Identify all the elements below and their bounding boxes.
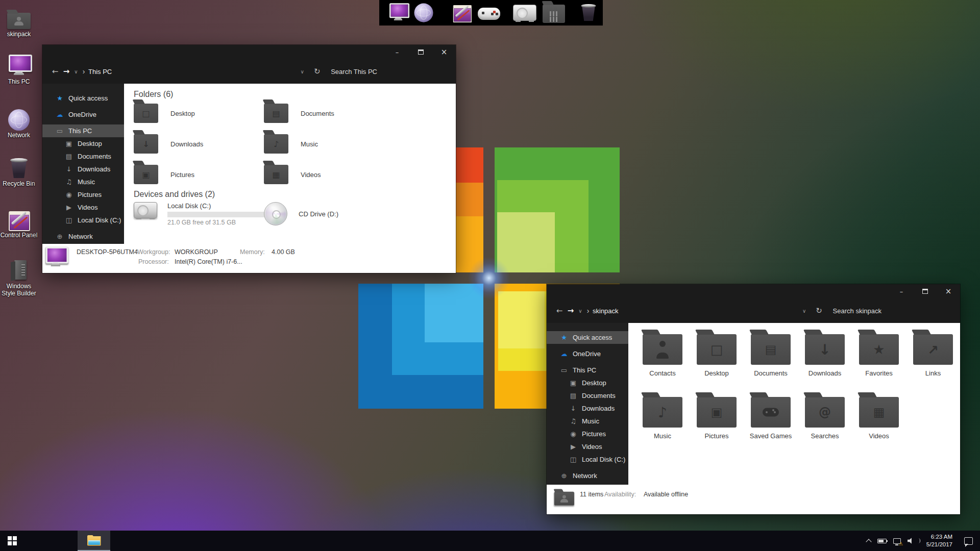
memory-value: 4.00 GB xyxy=(272,248,295,256)
tile-videos[interactable]: Videos xyxy=(852,397,906,440)
sidebar-item-music[interactable]: Music xyxy=(42,176,124,188)
workgroup-label: Workgroup: xyxy=(137,248,170,256)
desktop-icon-network[interactable]: Network xyxy=(0,106,38,139)
trash-icon xyxy=(10,158,28,179)
cd-drive-item[interactable]: CD Drive (D:) xyxy=(264,202,338,226)
tile-pictures[interactable]: Pictures xyxy=(690,397,744,440)
trash-dock-icon[interactable] xyxy=(581,4,597,22)
tile-downloads[interactable]: Downloads xyxy=(134,133,264,155)
taskbar-file-explorer-button[interactable] xyxy=(78,531,110,551)
sidebar-item-onedrive[interactable]: OneDrive xyxy=(547,347,628,360)
sidebar-item-pictures[interactable]: Pictures xyxy=(42,188,124,201)
local-disk-icon xyxy=(65,216,73,224)
network-dock-icon[interactable] xyxy=(414,4,433,22)
sidebar-item-videos[interactable]: Videos xyxy=(42,201,124,214)
taskbar-clock[interactable]: 6:23 AM 5/21/2017 xyxy=(926,533,952,548)
close-button[interactable]: × xyxy=(432,45,456,59)
back-button[interactable]: ← xyxy=(50,67,61,76)
close-button[interactable]: × xyxy=(937,284,960,298)
maximize-button[interactable] xyxy=(913,284,937,298)
refresh-icon[interactable]: ↻ xyxy=(311,67,323,76)
desktop-icon-windows-style-builder[interactable]: Windows Style Builder xyxy=(0,257,38,297)
search-input[interactable]: Search This PC xyxy=(331,68,377,76)
sidebar-item-documents[interactable]: Documents xyxy=(42,150,124,163)
tile-videos[interactable]: Videos xyxy=(264,163,394,186)
battery-icon[interactable] xyxy=(877,539,887,543)
tile-links[interactable]: Links xyxy=(906,334,960,377)
refresh-icon[interactable]: ↻ xyxy=(814,306,825,315)
this-pc-dock-icon[interactable] xyxy=(388,3,408,22)
sidebar-item-downloads[interactable]: Downloads xyxy=(547,402,628,415)
sidebar-item-downloads[interactable]: Downloads xyxy=(42,163,124,176)
sidebar-item-pictures[interactable]: Pictures xyxy=(547,428,628,440)
forward-button[interactable]: → xyxy=(61,67,72,76)
computer-name[interactable]: DESKTOP-5P6UTM4 xyxy=(77,248,138,256)
maximize-button[interactable] xyxy=(409,45,432,59)
sidebar-item-quick-access[interactable]: Quick access xyxy=(547,331,628,344)
sidebar-item-videos[interactable]: Videos xyxy=(547,440,628,453)
local-disk-item[interactable]: Local Disk (C:) 21.0 GB free of 31.5 GB xyxy=(134,202,264,226)
tile-contacts[interactable]: Contacts xyxy=(635,334,690,377)
sidebar-item-this-pc[interactable]: This PC xyxy=(42,124,124,137)
speaker-icon[interactable] xyxy=(908,538,914,544)
back-button[interactable]: ← xyxy=(554,306,565,315)
titlebar[interactable]: – × xyxy=(42,45,456,59)
minimize-button[interactable]: – xyxy=(890,284,913,298)
tile-downloads[interactable]: Downloads xyxy=(798,334,852,377)
tile-music[interactable]: Music xyxy=(264,133,394,155)
gamepad-dock-icon[interactable] xyxy=(477,2,501,24)
tile-saved-games[interactable]: Saved Games xyxy=(744,397,798,440)
desktop-icon-label: Network xyxy=(8,132,30,139)
tile-documents[interactable]: Documents xyxy=(264,102,394,124)
tile-pictures[interactable]: Pictures xyxy=(134,163,264,186)
sidebar-item-music[interactable]: Music xyxy=(547,415,628,428)
minimize-button[interactable]: – xyxy=(385,45,409,59)
titlebar[interactable]: – × xyxy=(547,284,960,298)
sidebar-item-desktop[interactable]: Desktop xyxy=(42,137,124,150)
control-panel-dock-icon[interactable] xyxy=(452,4,472,22)
desktop-icon-control-panel[interactable]: Control Panel xyxy=(0,206,38,239)
onedrive-icon xyxy=(560,350,568,358)
address-dropdown[interactable]: ∨ xyxy=(800,308,808,314)
address-dropdown[interactable]: ∨ xyxy=(298,69,306,74)
breadcrumb[interactable]: skinpack xyxy=(593,307,619,315)
breadcrumb[interactable]: This PC xyxy=(88,68,112,76)
network-warning-icon[interactable] xyxy=(893,538,901,544)
downloads-icon xyxy=(569,405,577,412)
section-header-devices[interactable]: Devices and drives (2) xyxy=(134,190,215,199)
tile-desktop[interactable]: Desktop xyxy=(690,334,744,377)
sidebar-item-network[interactable]: Network xyxy=(42,230,124,243)
sidebar-item-local-disk[interactable]: Local Disk (C:) xyxy=(547,453,628,466)
start-button[interactable] xyxy=(0,531,24,551)
sidebar-item-quick-access[interactable]: Quick access xyxy=(42,92,124,105)
desktop-icon-this-pc[interactable]: This PC xyxy=(0,53,38,86)
search-input[interactable]: Search skinpack xyxy=(833,307,881,315)
computer-monitor-icon[interactable] xyxy=(44,247,67,270)
disk-free-text: 21.0 GB free of 31.5 GB xyxy=(167,219,264,226)
quick-access-icon xyxy=(560,334,568,341)
sidebar-item-onedrive[interactable]: OneDrive xyxy=(42,108,124,121)
desktop-icon-skinpack[interactable]: skinpack xyxy=(0,5,38,38)
harddrive-dock-icon[interactable] xyxy=(513,5,536,21)
sidebar-item-local-disk[interactable]: Local Disk (C:) xyxy=(42,214,124,227)
videos-glyph xyxy=(264,165,288,184)
chevron-up-icon[interactable] xyxy=(866,539,871,544)
history-dropdown[interactable]: ∨ xyxy=(72,69,80,74)
saved-games-glyph xyxy=(751,397,791,428)
sidebar-item-desktop[interactable]: Desktop xyxy=(547,377,628,389)
history-dropdown[interactable]: ∨ xyxy=(576,308,584,314)
library-folder-dock-icon[interactable] xyxy=(543,5,565,23)
tile-searches[interactable]: Searches xyxy=(798,397,852,440)
tile-desktop[interactable]: Desktop xyxy=(134,102,264,124)
pictures-icon xyxy=(569,430,577,438)
desktop-icon-recycle-bin[interactable]: Recycle Bin xyxy=(0,155,38,188)
tile-documents[interactable]: Documents xyxy=(744,334,798,377)
sidebar-item-documents[interactable]: Documents xyxy=(547,389,628,402)
action-center-icon[interactable] xyxy=(964,537,973,545)
forward-button[interactable]: → xyxy=(565,306,576,315)
sidebar-item-this-pc[interactable]: This PC xyxy=(547,364,628,377)
tile-favorites[interactable]: Favorites xyxy=(852,334,906,377)
section-header-folders[interactable]: Folders (6) xyxy=(134,90,173,99)
sidebar-item-network[interactable]: Network xyxy=(547,469,628,482)
tile-music[interactable]: Music xyxy=(635,397,690,440)
